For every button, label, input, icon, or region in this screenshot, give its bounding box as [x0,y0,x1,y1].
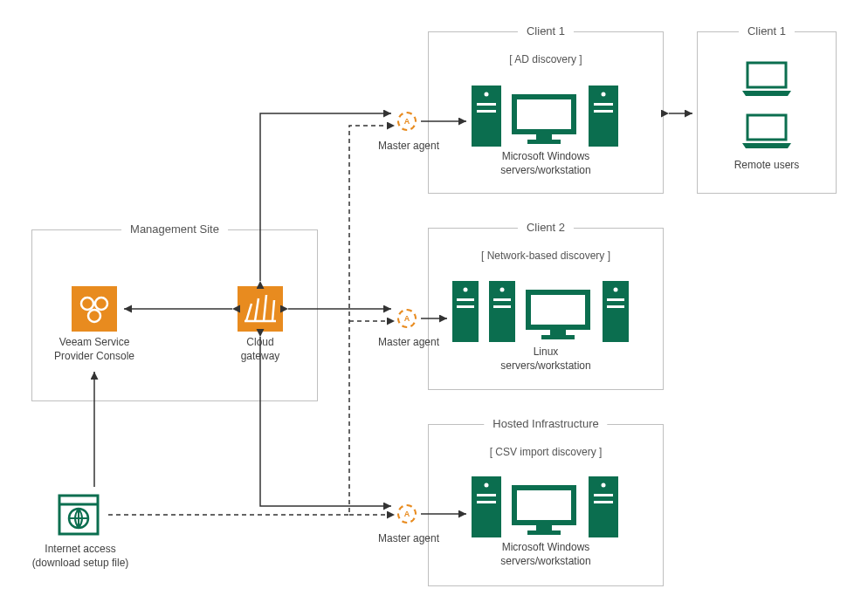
svg-rect-14 [594,103,613,106]
svg-rect-38 [536,525,552,530]
management-site-title: Management Site [121,222,228,236]
svg-point-0 [81,298,93,310]
win-label-2: Microsoft Windows servers/workstation [485,541,607,568]
svg-rect-15 [594,110,613,113]
master-agent-icon [397,112,417,131]
svg-rect-45 [747,115,786,140]
svg-rect-25 [531,295,585,325]
svg-rect-44 [747,63,786,87]
windows-servers-icon [472,77,620,148]
internet-access-label: Internet access (download setup file) [19,543,141,570]
veeam-console-icon [72,286,117,332]
svg-rect-39 [527,530,561,535]
svg-rect-30 [607,298,624,301]
svg-point-13 [602,92,606,97]
win-label-1: Microsoft Windows servers/workstation [485,150,607,177]
client2-discovery: [ Network-based discovery ] [429,250,663,262]
veeam-console-label: Veeam Service Provider Console [49,336,140,363]
svg-rect-23 [493,305,511,308]
svg-point-33 [485,483,489,488]
remote-users-label: Remote users [727,159,806,173]
svg-point-2 [88,310,100,322]
svg-rect-9 [517,99,571,129]
svg-rect-26 [550,330,566,335]
svg-point-41 [602,483,606,488]
svg-point-1 [95,298,107,310]
svg-rect-31 [607,305,624,308]
svg-rect-42 [594,494,613,496]
svg-rect-6 [477,103,496,106]
svg-rect-7 [477,110,496,113]
master-agent-label-3: Master agent [374,532,444,546]
svg-rect-43 [594,501,613,503]
svg-rect-27 [541,335,575,339]
svg-rect-19 [457,305,474,308]
svg-point-17 [464,288,468,292]
hosted-discovery: [ CSV import discovery ] [429,446,663,458]
internet-access-icon [56,492,101,540]
cloud-gateway-icon [238,286,283,332]
client2-title: Client 2 [518,221,574,234]
hosted-windows-icon [472,468,620,539]
client1-discovery: [ AD discovery ] [429,53,663,65]
svg-rect-11 [527,140,561,144]
client1-remote-title: Client 1 [739,24,795,38]
cloud-gateway-label: Cloud gateway [225,336,295,363]
client1-main-title: Client 1 [518,24,574,38]
svg-point-21 [500,288,505,292]
master-agent-icon [397,504,417,524]
svg-rect-10 [536,134,552,140]
svg-rect-18 [457,298,474,301]
linux-label: Linux servers/workstation [485,346,607,373]
laptop-icon [739,59,795,102]
master-agent-label-1: Master agent [374,140,444,154]
svg-rect-35 [477,501,496,503]
master-agent-label-2: Master agent [374,336,444,350]
svg-rect-22 [493,298,511,301]
master-agent-icon [397,309,417,328]
svg-point-29 [614,288,618,292]
hosted-title: Hosted Infrastructure [484,417,607,430]
svg-rect-34 [477,494,496,496]
laptop-icon [739,112,795,154]
svg-rect-37 [517,490,571,520]
linux-servers-icon [452,272,639,344]
svg-point-5 [485,92,489,97]
